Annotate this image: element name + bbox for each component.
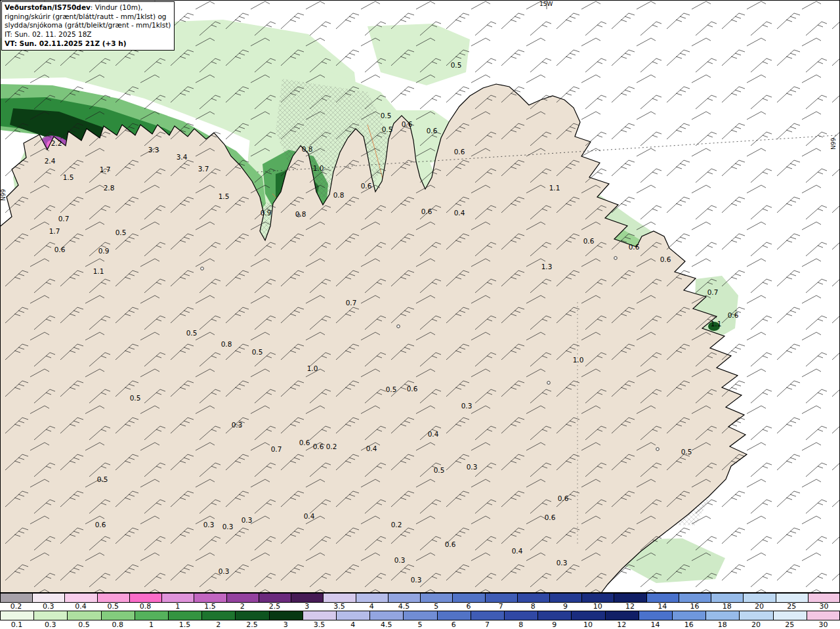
precip-value-label: 0.6 [728,311,739,319]
precip-value-label: 0.6 [313,443,324,450]
precip-value-label: 0.6 [421,207,432,215]
snow-scale-cell: 3.5 [303,611,336,629]
snow-scale-swatch [168,611,201,620]
rain-scale-swatch [226,593,259,603]
snow-scale-tick: 1.5 [168,620,201,629]
rain-scale-tick: 20 [743,603,775,611]
precip-value-label: 0.4 [454,209,465,217]
rain-scale-swatch [452,593,484,603]
snow-scale-swatch [135,611,168,620]
rain-scale-swatch [161,593,194,603]
rain-scale-swatch [679,593,711,603]
snow-scale-cell: 5 [403,611,436,629]
rain-scale-swatch [64,593,96,603]
valid-time: VT: Sun. 02.11.2025 21Z (+3 h) [5,39,171,49]
rain-scale-cell: 2.5 [259,593,291,611]
rain-scale-swatch [129,593,161,603]
snow-scale-swatch [336,611,369,620]
snow-scale-cell: 20 [739,611,772,629]
precip-value-label: 0.8 [221,340,232,348]
rain-scale-cell: 14 [646,593,679,611]
legend-box: Veðurstofan/IS750dev: Vindur (10m), rign… [1,1,175,51]
snow-scale-swatch [201,611,235,620]
precip-value-label: 0.5 [451,61,462,69]
snow-scale-cell: 0.5 [67,611,100,629]
precip-value-label: 1.7 [100,165,111,173]
precip-value-label: 1.1 [93,267,104,275]
precip-value-label: 0.5 [681,448,692,456]
precip-value-label: 0.6 [299,439,310,446]
rain-scale-cell: 12 [614,593,646,611]
rain-scale-cell: 4.5 [388,593,420,611]
rain-scale-tick: 9 [549,603,581,611]
precip-value-label: 0.5 [186,329,198,337]
precip-value-label: 2.8 [104,184,115,192]
precip-value-label: 0.6 [454,148,465,156]
snow-scale-tick: 4 [336,620,369,629]
precip-value-label: 0.7 [707,288,719,296]
snow-scale-cell: 3 [269,611,303,629]
rain-scale-tick: 2.5 [259,603,291,611]
snow-scale-cell: 2.5 [235,611,268,629]
snow-scale-cell: 30 [807,611,840,629]
precip-value-label: 0.6 [558,494,569,502]
rain-scale-swatch [259,593,291,603]
snow-scale-cell: 14 [639,611,672,629]
rain-scale-cell: 25 [776,593,808,611]
snow-scale-tick: 14 [639,620,672,629]
rain-scale-cell: 0.4 [64,593,96,611]
snow-scale-swatch [101,611,135,620]
precip-value-label: 0.6 [402,120,413,128]
snow-scale-cell: 0.1 [0,611,33,629]
snow-scale-swatch [807,611,840,620]
rain-scale-cell: 3 [291,593,323,611]
precip-value-label: 0.3 [411,576,422,584]
rain-scale-tick: 18 [711,603,743,611]
legend-title-line: Veðurstofan/IS750dev: Vindur (10m), [5,3,171,12]
snow-scale-cell: 9 [537,611,571,629]
precip-value-label: 3.3 [148,146,159,154]
precip-value-label: 0.5 [382,125,393,133]
rain-scale-tick: 8 [517,603,549,611]
snow-scale-swatch [605,611,639,620]
snow-scale-cell: 25 [773,611,807,629]
snow-scale-swatch [672,611,705,620]
rain-scale-cell: 20 [743,593,775,611]
snow-scale-tick: 9 [537,620,571,629]
product-name: Veðurstofan/IS750dev [5,3,91,11]
precip-value-label: 2.4 [45,157,56,165]
precip-value-label: 0.6 [583,237,595,245]
precip-value-label: 0.3 [222,523,234,531]
rain-scale-cell: 16 [679,593,711,611]
precip-value-label: 0.5 [116,228,127,236]
rain-scale-cell: 3.5 [323,593,355,611]
precip-value-label: 0.6 [361,182,372,190]
weather-forecast-page: 0.50.50.50.60.60.60.81.00.60.80.90.82.22… [0,0,840,629]
rain-scale-cell: 10 [581,593,614,611]
rain-scale-swatch [356,593,388,603]
snow-scale-tick: 7 [471,620,504,629]
rain-scale-cell: 0.5 [97,593,129,611]
precip-value-label: 0.3 [556,559,568,567]
precip-value-label: 2.2 [51,139,62,147]
snow-scale-cell: 18 [705,611,739,629]
rain-scale-tick: 5 [420,603,452,611]
precip-value-label: 1.7 [49,227,60,235]
snow-scale-tick: 25 [773,620,807,629]
colorbar-panel: 0.20.30.40.50.811.522.533.544.5567891012… [0,593,840,629]
rain-scale-tick: 4.5 [388,603,420,611]
snow-scale-swatch [369,611,403,620]
precip-value-label: 1.5 [219,192,230,200]
precip-value-label: 0.4 [366,445,377,452]
snow-scale-swatch [33,611,67,620]
snow-scale-swatch [235,611,268,620]
snow-scale-tick: 12 [605,620,639,629]
precip-value-label: 0.3 [219,567,230,575]
precip-value-label: 0.3 [232,421,243,429]
rain-scale-swatch [323,593,355,603]
meridian-label: 15W [539,1,553,7]
rain-scale-tick: 7 [485,603,517,611]
precip-value-label: 0.4 [304,512,315,520]
rain-scale-cell: 1 [161,593,194,611]
snow-scale-tick: 20 [739,620,772,629]
